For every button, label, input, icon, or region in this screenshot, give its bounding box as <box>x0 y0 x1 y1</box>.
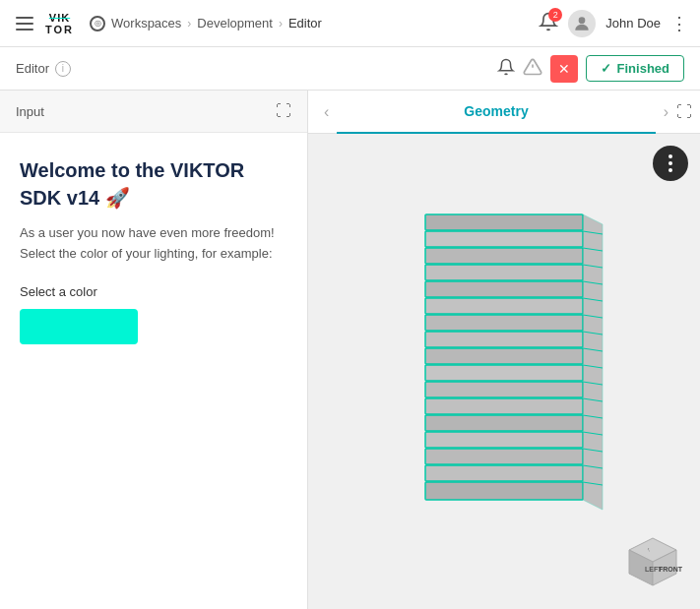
svg-rect-8 <box>425 298 583 314</box>
dot-1 <box>668 154 672 158</box>
color-label: Select a color <box>20 284 287 299</box>
color-swatch[interactable] <box>20 309 138 344</box>
editor-bar: Editor i ✕ ✓ Finished <box>0 47 700 91</box>
input-label: Input <box>16 104 44 119</box>
dot-3 <box>668 168 672 172</box>
development-link[interactable]: Development <box>197 16 273 30</box>
user-name: John Doe <box>605 16 661 30</box>
editor-label-group: Editor i <box>16 61 71 77</box>
svg-rect-14 <box>425 398 583 414</box>
left-panel: Input ⛶ Welcome to the VIKTOR SDK v14 🚀 … <box>0 91 308 609</box>
svg-rect-12 <box>425 365 583 381</box>
tabs-bar: ‹ Geometry › ⛶ <box>308 91 700 134</box>
dot-2 <box>668 161 672 165</box>
editor-text: Editor <box>16 61 49 76</box>
topnav-right: 2 John Doe ⋮ <box>539 10 688 37</box>
svg-rect-5 <box>425 248 583 264</box>
welcome-title: Welcome to the VIKTOR SDK v14 🚀 <box>20 156 287 212</box>
check-icon: ✓ <box>601 61 611 76</box>
logo: VIK TOR <box>45 12 74 35</box>
notification-button[interactable]: 2 <box>539 12 558 35</box>
avatar <box>568 10 596 37</box>
svg-rect-7 <box>425 281 583 297</box>
finished-button[interactable]: ✓ Finished <box>586 55 684 82</box>
svg-rect-16 <box>425 432 583 448</box>
welcome-description: As a user you now have even more freedom… <box>20 223 287 265</box>
editor-bar-right: ✕ ✓ Finished <box>497 55 684 83</box>
svg-rect-11 <box>425 348 583 364</box>
workspaces-link[interactable]: Workspaces <box>111 16 181 30</box>
svg-rect-18 <box>425 465 583 481</box>
svg-rect-17 <box>425 449 583 464</box>
hamburger-menu[interactable] <box>12 13 37 34</box>
svg-rect-19 <box>425 482 583 500</box>
orientation-cube[interactable]: LEFT FRONT ↑ <box>621 530 684 593</box>
geometry-canvas: LEFT FRONT ↑ <box>308 134 700 609</box>
tab-expand-button[interactable]: ⛶ <box>676 103 692 121</box>
breadcrumb: ◎ Workspaces › Development › Editor <box>90 16 322 31</box>
main-area: Input ⛶ Welcome to the VIKTOR SDK v14 🚀 … <box>0 91 700 609</box>
svg-rect-4 <box>425 231 583 247</box>
logo-top: VIK <box>49 12 70 24</box>
warning-button[interactable] <box>523 57 542 80</box>
svg-rect-10 <box>425 332 583 347</box>
close-button[interactable]: ✕ <box>550 55 578 83</box>
svg-rect-3 <box>425 214 583 230</box>
svg-rect-6 <box>425 265 583 280</box>
logo-bottom: TOR <box>45 24 74 35</box>
top-navigation: VIK TOR ◎ Workspaces › Development › Edi… <box>0 0 700 47</box>
svg-point-0 <box>579 17 586 24</box>
svg-rect-9 <box>425 315 583 331</box>
bell-button[interactable] <box>497 58 515 80</box>
geometry-tab[interactable]: Geometry <box>337 91 655 134</box>
svg-rect-13 <box>425 382 583 397</box>
left-panel-content: Welcome to the VIKTOR SDK v14 🚀 As a use… <box>0 133 307 609</box>
more-options-button[interactable] <box>653 146 688 181</box>
notification-badge: 2 <box>548 8 562 22</box>
topnav-more-button[interactable]: ⋮ <box>670 13 688 34</box>
svg-rect-15 <box>425 415 583 431</box>
expand-icon[interactable]: ⛶ <box>276 102 291 120</box>
tab-next-button[interactable]: › <box>656 99 676 125</box>
workspaces-icon: ◎ <box>90 16 105 31</box>
left-panel-header: Input ⛶ <box>0 91 307 133</box>
breadcrumb-chevron-1: › <box>187 17 191 30</box>
building-3d <box>396 205 612 539</box>
tab-prev-button[interactable]: ‹ <box>316 99 337 125</box>
breadcrumb-chevron-2: › <box>279 17 283 30</box>
editor-link[interactable]: Editor <box>288 16 322 30</box>
info-icon[interactable]: i <box>55 61 71 77</box>
right-panel: ‹ Geometry › ⛶ <box>308 91 700 609</box>
svg-text:FRONT: FRONT <box>659 566 683 573</box>
